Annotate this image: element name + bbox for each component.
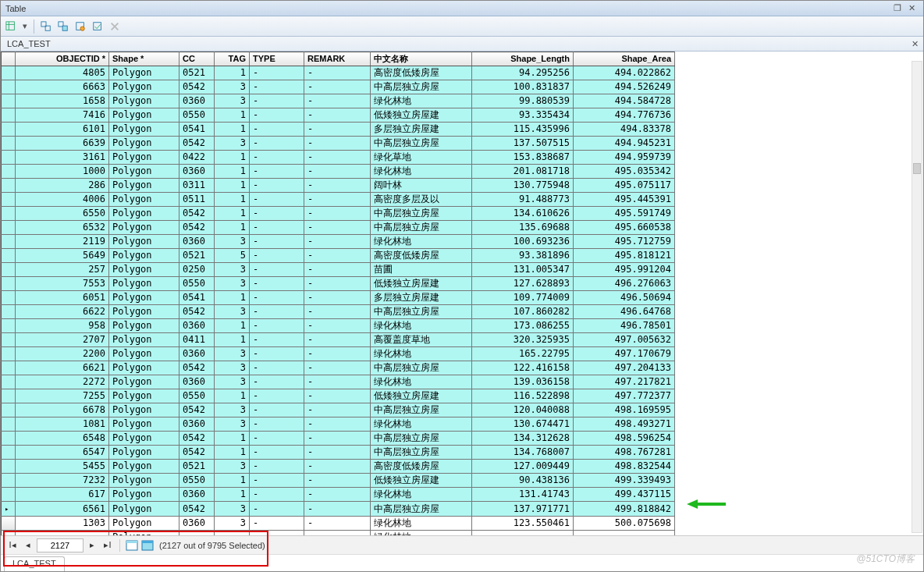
- table-grid[interactable]: OBJECTID * Shape * CC TAG TYPE REMARK 中文…: [1, 52, 923, 535]
- row-handle[interactable]: [2, 193, 16, 207]
- cell-shape[interactable]: Polygon: [109, 319, 179, 333]
- tab-lca-test[interactable]: LCA_TEST: [4, 556, 65, 571]
- cell-cc[interactable]: 0360: [179, 319, 215, 333]
- cell-type[interactable]: -: [250, 319, 304, 333]
- cell-cc[interactable]: 0541: [179, 123, 215, 137]
- cell-shape[interactable]: Polygon: [109, 94, 179, 108]
- cell-tag[interactable]: 1: [215, 291, 250, 305]
- cell-cn[interactable]: 绿化林地: [371, 531, 472, 536]
- cell-cn[interactable]: 阔叶林: [371, 179, 472, 193]
- cell-cc[interactable]: 0550: [179, 277, 215, 291]
- cell-remark[interactable]: -: [304, 94, 371, 108]
- cell-objectid[interactable]: 1303: [16, 517, 109, 531]
- cell-len[interactable]: 109.774009: [472, 291, 574, 305]
- table-row[interactable]: 7232Polygon05501--低矮独立房屋建90.438136499.33…: [2, 474, 675, 488]
- cell-tag[interactable]: 1: [215, 123, 250, 137]
- cell-type[interactable]: -: [250, 361, 304, 375]
- cell-cc[interactable]: 0360: [179, 517, 215, 531]
- cell-tag[interactable]: [215, 531, 250, 536]
- show-selected-icon[interactable]: [140, 538, 155, 552]
- cell-len[interactable]: 100.693236: [472, 235, 574, 249]
- cell-cn[interactable]: 中高层独立房屋: [371, 432, 472, 446]
- cell-objectid[interactable]: 6101: [16, 123, 109, 137]
- cell-len[interactable]: 91.488773: [472, 193, 574, 207]
- row-handle[interactable]: [2, 375, 16, 389]
- table-row[interactable]: 6101Polygon05411--多层独立房屋建115.435996494.8…: [2, 123, 675, 137]
- cell-shape[interactable]: Polygon: [109, 235, 179, 249]
- cell-remark[interactable]: -: [304, 417, 371, 432]
- cell-len[interactable]: 201.081718: [472, 165, 574, 179]
- col-shape[interactable]: Shape *: [109, 52, 179, 66]
- cell-shape[interactable]: Polygon: [109, 151, 179, 165]
- cell-objectid[interactable]: 6621: [16, 361, 109, 375]
- cell-cn[interactable]: 中高层独立房屋: [371, 305, 472, 319]
- cell-shape[interactable]: Polygon: [109, 165, 179, 179]
- table-options-icon[interactable]: [4, 20, 18, 34]
- cell-cn[interactable]: 高密度低矮房屋: [371, 249, 472, 263]
- cell-cc[interactable]: 0542: [179, 305, 215, 319]
- select-all-icon[interactable]: [91, 20, 105, 34]
- cell-tag[interactable]: 1: [215, 179, 250, 193]
- cell-objectid[interactable]: 6622: [16, 305, 109, 319]
- cell-area[interactable]: 494.83378: [574, 123, 675, 137]
- row-handle[interactable]: [2, 333, 16, 347]
- cell-objectid[interactable]: 6547: [16, 446, 109, 460]
- cell-type[interactable]: -: [250, 531, 304, 536]
- cell-len[interactable]: 137.507515: [472, 137, 574, 151]
- cell-len[interactable]: 173.086255: [472, 319, 574, 333]
- nav-next-icon[interactable]: ▸: [85, 538, 99, 552]
- cell-objectid[interactable]: 1000: [16, 165, 109, 179]
- cell-cn[interactable]: 绿化林地: [371, 319, 472, 333]
- cell-shape[interactable]: Polygon: [109, 531, 179, 536]
- cell-cc[interactable]: 0542: [179, 221, 215, 235]
- row-handle[interactable]: [2, 80, 16, 94]
- cell-area[interactable]: 496.64768: [574, 305, 675, 319]
- row-handle[interactable]: [2, 277, 16, 291]
- cell-tag[interactable]: 3: [215, 137, 250, 151]
- cell-tag[interactable]: 3: [215, 361, 250, 375]
- cell-remark[interactable]: -: [304, 319, 371, 333]
- table-row[interactable]: 2272Polygon03603--绿化林地139.036158497.2178…: [2, 375, 675, 389]
- cell-tag[interactable]: 3: [215, 502, 250, 517]
- cell-objectid[interactable]: 6678: [16, 403, 109, 417]
- table-row[interactable]: 5455Polygon05213--高密度低矮房屋127.009449498.8…: [2, 460, 675, 474]
- table-row[interactable]: 6548Polygon05421--中高层独立房屋134.312628498.5…: [2, 432, 675, 446]
- cell-cn[interactable]: 绿化林地: [371, 235, 472, 249]
- col-tag[interactable]: TAG: [215, 52, 250, 66]
- row-handle[interactable]: [2, 460, 16, 474]
- cell-len[interactable]: 130.775948: [472, 179, 574, 193]
- cell-cc[interactable]: 0550: [179, 474, 215, 488]
- cell-tag[interactable]: 3: [215, 94, 250, 108]
- cell-objectid[interactable]: 257: [16, 263, 109, 277]
- row-handle[interactable]: [2, 305, 16, 319]
- table-row[interactable]: 4006Polygon05111--高密度多层及以91.488773495.44…: [2, 193, 675, 207]
- cell-len[interactable]: 134.610626: [472, 207, 574, 221]
- table-row[interactable]: Polygon--绿化林地: [2, 531, 675, 536]
- table-row[interactable]: 2707Polygon04111--高覆盖度草地320.325935497.00…: [2, 333, 675, 347]
- cell-area[interactable]: 497.772377: [574, 389, 675, 403]
- table-row[interactable]: 958Polygon03601--绿化林地173.086255496.78501: [2, 319, 675, 333]
- cell-tag[interactable]: 3: [215, 235, 250, 249]
- cell-tag[interactable]: 1: [215, 165, 250, 179]
- cell-type[interactable]: -: [250, 277, 304, 291]
- cell-area[interactable]: 497.170679: [574, 347, 675, 361]
- cell-area[interactable]: 495.035342: [574, 165, 675, 179]
- cell-remark[interactable]: -: [304, 531, 371, 536]
- cell-remark[interactable]: -: [304, 108, 371, 123]
- cell-area[interactable]: 494.022862: [574, 66, 675, 80]
- cell-type[interactable]: -: [250, 123, 304, 137]
- cell-type[interactable]: -: [250, 263, 304, 277]
- cell-remark[interactable]: -: [304, 151, 371, 165]
- nav-prev-icon[interactable]: ◂: [21, 538, 35, 552]
- col-remark[interactable]: REMARK: [304, 52, 371, 66]
- cell-cc[interactable]: 0411: [179, 333, 215, 347]
- cell-area[interactable]: 495.660538: [574, 221, 675, 235]
- cell-cc[interactable]: 0360: [179, 165, 215, 179]
- table-row[interactable]: 1000Polygon03601--绿化林地201.081718495.0353…: [2, 165, 675, 179]
- row-handle[interactable]: [2, 347, 16, 361]
- cell-objectid[interactable]: 6532: [16, 221, 109, 235]
- cell-type[interactable]: -: [250, 488, 304, 502]
- cell-cc[interactable]: 0541: [179, 291, 215, 305]
- row-handle[interactable]: [2, 137, 16, 151]
- cell-cc[interactable]: 0542: [179, 137, 215, 151]
